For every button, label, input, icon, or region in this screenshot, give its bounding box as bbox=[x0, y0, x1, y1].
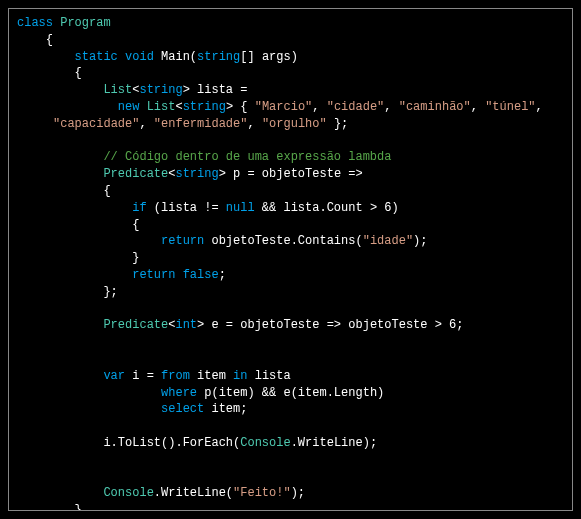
str: "enfermidade" bbox=[154, 117, 248, 131]
kw-from: from bbox=[161, 369, 190, 383]
comma: , bbox=[247, 117, 261, 131]
brace: { bbox=[103, 184, 110, 198]
kw-false: false bbox=[183, 268, 219, 282]
foreach: i.ToList().ForEach( bbox=[103, 436, 240, 450]
str: "capacidade" bbox=[53, 117, 139, 131]
item: item bbox=[190, 369, 233, 383]
console: Console bbox=[103, 486, 153, 500]
str: "Marcio" bbox=[255, 100, 313, 114]
kw-select: select bbox=[161, 402, 204, 416]
kw-if: if bbox=[132, 201, 146, 215]
assign: i = bbox=[125, 369, 161, 383]
kw-return: return bbox=[132, 268, 175, 282]
kw-string: string bbox=[183, 100, 226, 114]
kw-in: in bbox=[233, 369, 247, 383]
str: "orgulho" bbox=[262, 117, 327, 131]
lt: < bbox=[175, 100, 182, 114]
gt: > bbox=[219, 167, 226, 181]
list: List bbox=[147, 100, 176, 114]
code-panel: class Program { static void Main(string[… bbox=[8, 8, 573, 511]
str: "túnel" bbox=[485, 100, 535, 114]
brace: { bbox=[46, 33, 53, 47]
predicate: Predicate bbox=[103, 167, 168, 181]
open: { bbox=[233, 100, 255, 114]
args: [] args) bbox=[240, 50, 298, 64]
comment: // Código dentro de uma expressão lambda bbox=[103, 150, 391, 164]
kw-null: null bbox=[226, 201, 255, 215]
gt: > bbox=[183, 83, 190, 97]
lista: lista bbox=[247, 369, 290, 383]
brace: } bbox=[132, 251, 139, 265]
comma: , bbox=[536, 100, 543, 114]
kw-where: where bbox=[161, 386, 197, 400]
console: Console bbox=[240, 436, 290, 450]
code-block: class Program { static void Main(string[… bbox=[17, 15, 564, 511]
kw-void: void bbox=[118, 50, 154, 64]
str: "cidade" bbox=[327, 100, 385, 114]
where-cond: p(item) && e(item.Length) bbox=[197, 386, 384, 400]
end: ); bbox=[291, 486, 305, 500]
writeline: .WriteLine( bbox=[154, 486, 233, 500]
end: ); bbox=[413, 234, 427, 248]
comma: , bbox=[384, 100, 398, 114]
kw-var: var bbox=[103, 369, 125, 383]
gt: > bbox=[226, 100, 233, 114]
kw-class: class bbox=[17, 16, 53, 30]
writeline: .WriteLine); bbox=[291, 436, 377, 450]
kw-return: return bbox=[161, 234, 204, 248]
kw-string: string bbox=[175, 167, 218, 181]
brace: }; bbox=[103, 285, 117, 299]
comma: , bbox=[139, 117, 153, 131]
str: "idade" bbox=[363, 234, 413, 248]
close: }; bbox=[327, 117, 349, 131]
comma: , bbox=[471, 100, 485, 114]
assign: e = objetoTeste => objetoTeste > 6; bbox=[204, 318, 463, 332]
str: "caminhão" bbox=[399, 100, 471, 114]
var-lista: lista = bbox=[190, 83, 248, 97]
kw-int: int bbox=[175, 318, 197, 332]
assign: p = objetoTeste => bbox=[226, 167, 363, 181]
comma: , bbox=[312, 100, 326, 114]
cond-rest: && lista.Count > 6) bbox=[255, 201, 399, 215]
sp bbox=[175, 268, 182, 282]
predicate: Predicate bbox=[103, 318, 168, 332]
end: ; bbox=[219, 268, 226, 282]
contains: objetoTeste.Contains( bbox=[204, 234, 362, 248]
select-item: item; bbox=[204, 402, 247, 416]
str: "Feito!" bbox=[233, 486, 291, 500]
list: List bbox=[103, 83, 132, 97]
cls-program: Program bbox=[53, 16, 111, 30]
kw-string: string bbox=[139, 83, 182, 97]
brace: { bbox=[132, 218, 139, 232]
brace: } bbox=[75, 503, 82, 511]
cond-open: (lista != bbox=[147, 201, 226, 215]
kw-string: string bbox=[197, 50, 240, 64]
code-frame: class Program { static void Main(string[… bbox=[0, 0, 581, 519]
kw-static: static bbox=[75, 50, 118, 64]
main: Main bbox=[154, 50, 190, 64]
kw-new: new bbox=[111, 100, 147, 114]
brace: { bbox=[75, 66, 82, 80]
paren: ( bbox=[190, 50, 197, 64]
